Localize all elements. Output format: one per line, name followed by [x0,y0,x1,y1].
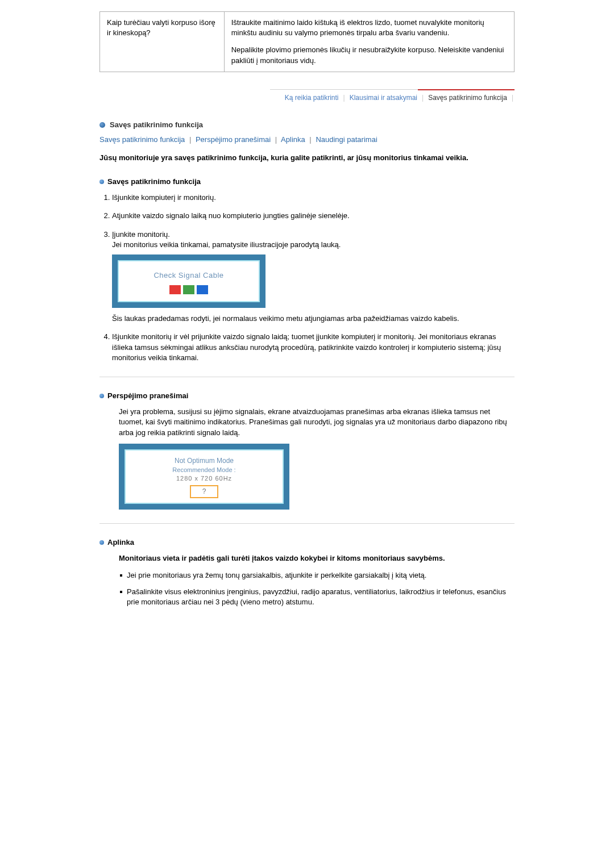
green-square-icon [183,285,194,294]
blue-square-icon [197,285,208,294]
step-3b: Jei monitorius veikia tinkamai, pamatysi… [112,240,341,249]
section-heading-environment: Aplinka [107,537,134,548]
anchor-warnings[interactable]: Perspėjimo pranešimai [196,135,271,144]
monitor-illustration-1: Check Signal Cable [112,254,265,308]
page-title: Savęs patikrinimo funkcija [110,120,203,130]
bullet-icon [99,394,104,398]
section-heading-selftest: Savęs patikrinimo funkcija [107,177,201,187]
tabs-row: Ką reikia patikrinti | Klausimai ir atsa… [270,90,515,103]
step-1: Išjunkite kompiuterį ir monitorių. [112,193,515,203]
environment-list: Jei prie monitoriaus yra žemų tonų garsi… [119,570,515,607]
qa-answer-cell: Ištraukite maitinimo laido kištuką iš el… [224,12,514,72]
monitor-illustration-2: Not Optimum Mode Recommended Mode : 1280… [119,444,289,510]
env-item-2: Pašalinkite visus elektroninius įrengini… [119,587,515,607]
tab-check[interactable]: Ką reikia patikrinti [281,93,342,103]
section-heading-warnings: Perspėjimo pranešimai [107,391,188,401]
tab-sep: | [342,93,346,103]
not-optimum-text: Not Optimum Mode [131,456,277,466]
bullet-icon [99,540,104,545]
step-2: Atjunkite vaizdo signalo laiką nuo kompi… [112,211,515,221]
resolution-text: 1280 x 720 60Hz [131,474,277,483]
recommended-mode-text: Recommended Mode : [131,466,277,474]
selftest-steps: Išjunkite kompiuterį ir monitorių. Atjun… [112,193,515,363]
bullet-icon [99,122,105,128]
step-3a: Įjunkite monitorių. [112,230,170,239]
step-4: Išjunkite monitorių ir vėl prijunkite va… [112,332,515,363]
warnings-para: Jei yra problema, susijusi su įėjimo sig… [119,407,515,438]
anchor-environment[interactable]: Aplinka [281,135,305,144]
qa-answer-p1: Ištraukite maitinimo laido kištuką iš el… [231,18,507,38]
bullet-icon [99,180,104,184]
red-square-icon [169,285,181,294]
qa-table: Kaip turėčiau valyti korpuso išorę ir ki… [99,11,515,72]
tab-sep: | [421,93,425,103]
divider [99,377,515,377]
environment-bold: Monitoriaus vieta ir padėtis gali turėti… [119,553,515,564]
anchor-selftest[interactable]: Savęs patikrinimo funkcija [99,135,185,144]
anchor-links: Savęs patikrinimo funkcija | Perspėjimo … [99,135,515,145]
tabs-active-indicator [418,89,515,90]
step-3: Įjunkite monitorių. Jei monitorius veiki… [112,229,515,324]
question-box: ? [190,485,218,498]
check-signal-text: Check Signal Cable [125,270,253,281]
qa-question-cell: Kaip turėčiau valyti korpuso išorę ir ki… [100,12,225,72]
tab-sep: | [511,93,515,103]
step-3c: Šis laukas pradedamas rodyti, jei normal… [112,314,515,324]
anchor-tips[interactable]: Naudingi patarimai [316,135,377,144]
divider [99,523,515,524]
tab-qa[interactable]: Klausimai ir atsakymai [346,93,421,103]
tab-selftest[interactable]: Savęs patikrinimo funkcija [425,93,511,103]
tabs-underline [270,89,515,90]
env-item-1: Jei prie monitoriaus yra žemų tonų garsi… [119,570,515,581]
intro-bold: Jūsų monitoriuje yra savęs patikrinimo f… [99,153,515,163]
qa-answer-p2: Nepalikite plovimo priemonės likučių ir … [231,45,507,65]
